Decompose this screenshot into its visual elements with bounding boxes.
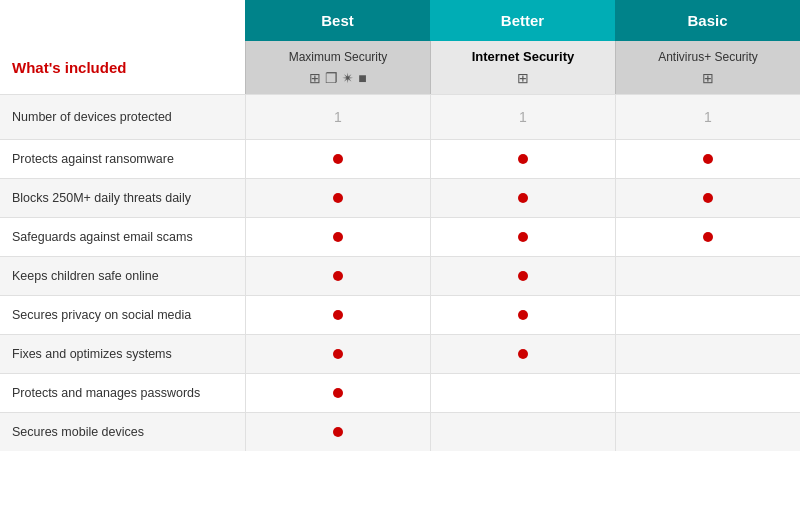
- comparison-table: Best Better Basic What's included Maximu…: [0, 0, 800, 451]
- feature-row: Fixes and optimizes systems: [0, 334, 800, 373]
- feature-cell: [245, 257, 430, 295]
- feature-cell: [430, 413, 615, 451]
- feature-label: Secures privacy on social media: [0, 296, 245, 334]
- product-name-max: Maximum Security: [289, 50, 388, 64]
- feature-dot: [333, 271, 343, 281]
- feature-row: Protects against ransomware: [0, 139, 800, 178]
- android-icon: ✴: [342, 70, 354, 86]
- feature-cell: [245, 179, 430, 217]
- feature-cell: [245, 413, 430, 451]
- feature-dot: [333, 193, 343, 203]
- feature-cell: [615, 335, 800, 373]
- product-icons-internet: ⊞: [517, 70, 529, 86]
- feature-cell: [245, 140, 430, 178]
- tier-basic-label: Basic: [687, 12, 727, 29]
- feature-label: Keeps children safe online: [0, 257, 245, 295]
- feature-row: Number of devices protected111: [0, 94, 800, 139]
- feature-dot: [333, 388, 343, 398]
- section-title-cell: What's included: [0, 41, 245, 94]
- feature-rows: Number of devices protected111Protects a…: [0, 94, 800, 451]
- feature-cell: [615, 179, 800, 217]
- feature-cell: [245, 335, 430, 373]
- subheader-row: What's included Maximum Security ⊞ ❐ ✴ ■…: [0, 41, 800, 94]
- product-maximum-security: Maximum Security ⊞ ❐ ✴ ■: [245, 41, 430, 94]
- product-icons-antivirus: ⊞: [702, 70, 714, 86]
- feature-cell: 1: [245, 95, 430, 139]
- feature-dot: [333, 349, 343, 359]
- feature-cell: [615, 413, 800, 451]
- feature-dot: [518, 232, 528, 242]
- section-title: What's included: [12, 59, 126, 76]
- feature-dot: [518, 310, 528, 320]
- feature-cell: [615, 257, 800, 295]
- feature-row: Safeguards against email scams: [0, 217, 800, 256]
- feature-label: Fixes and optimizes systems: [0, 335, 245, 373]
- product-name-antivirus: Antivirus+ Security: [658, 50, 758, 64]
- feature-dot: [518, 271, 528, 281]
- feature-cell: [430, 179, 615, 217]
- feature-cell: [430, 257, 615, 295]
- feature-label: Safeguards against email scams: [0, 218, 245, 256]
- feature-dot: [518, 349, 528, 359]
- mac-icon: ■: [358, 70, 366, 86]
- feature-row: Secures mobile devices: [0, 412, 800, 451]
- windows-icon-3: ⊞: [702, 70, 714, 86]
- feature-cell: 1: [430, 95, 615, 139]
- tier-best-label: Best: [321, 12, 354, 29]
- tier-best: Best: [245, 0, 430, 41]
- feature-label: Protects against ransomware: [0, 140, 245, 178]
- feature-cell: [615, 140, 800, 178]
- tier-header-row: Best Better Basic: [245, 0, 800, 41]
- product-name-internet: Internet Security: [472, 49, 575, 64]
- feature-label: Protects and manages passwords: [0, 374, 245, 412]
- feature-label: Number of devices protected: [0, 95, 245, 139]
- product-icons-max: ⊞ ❐ ✴ ■: [309, 70, 366, 86]
- feature-cell: [430, 374, 615, 412]
- feature-dot: [703, 154, 713, 164]
- feature-dot: [333, 232, 343, 242]
- tier-basic: Basic: [615, 0, 800, 41]
- feature-cell: [430, 296, 615, 334]
- product-internet-security: Internet Security ⊞: [430, 41, 615, 94]
- windows-icon: ⊞: [309, 70, 321, 86]
- feature-cell: [615, 296, 800, 334]
- device-count: 1: [519, 109, 527, 125]
- tablet-icon: ❐: [325, 70, 338, 86]
- feature-label: Blocks 250M+ daily threats daily: [0, 179, 245, 217]
- feature-row: Keeps children safe online: [0, 256, 800, 295]
- feature-cell: [615, 374, 800, 412]
- device-count: 1: [334, 109, 342, 125]
- product-antivirus-security: Antivirus+ Security ⊞: [615, 41, 800, 94]
- feature-cell: [245, 218, 430, 256]
- feature-row: Protects and manages passwords: [0, 373, 800, 412]
- feature-cell: [615, 218, 800, 256]
- feature-row: Secures privacy on social media: [0, 295, 800, 334]
- feature-cell: [245, 374, 430, 412]
- feature-row: Blocks 250M+ daily threats daily: [0, 178, 800, 217]
- feature-dot: [703, 193, 713, 203]
- feature-dot: [333, 427, 343, 437]
- feature-dot: [518, 154, 528, 164]
- feature-cell: [245, 296, 430, 334]
- feature-cell: [430, 140, 615, 178]
- feature-cell: 1: [615, 95, 800, 139]
- windows-icon-2: ⊞: [517, 70, 529, 86]
- feature-cell: [430, 335, 615, 373]
- feature-cell: [430, 218, 615, 256]
- feature-dot: [333, 310, 343, 320]
- feature-label: Secures mobile devices: [0, 413, 245, 451]
- feature-dot: [518, 193, 528, 203]
- tier-better: Better: [430, 0, 615, 41]
- device-count: 1: [704, 109, 712, 125]
- feature-dot: [703, 232, 713, 242]
- feature-dot: [333, 154, 343, 164]
- tier-better-label: Better: [501, 12, 544, 29]
